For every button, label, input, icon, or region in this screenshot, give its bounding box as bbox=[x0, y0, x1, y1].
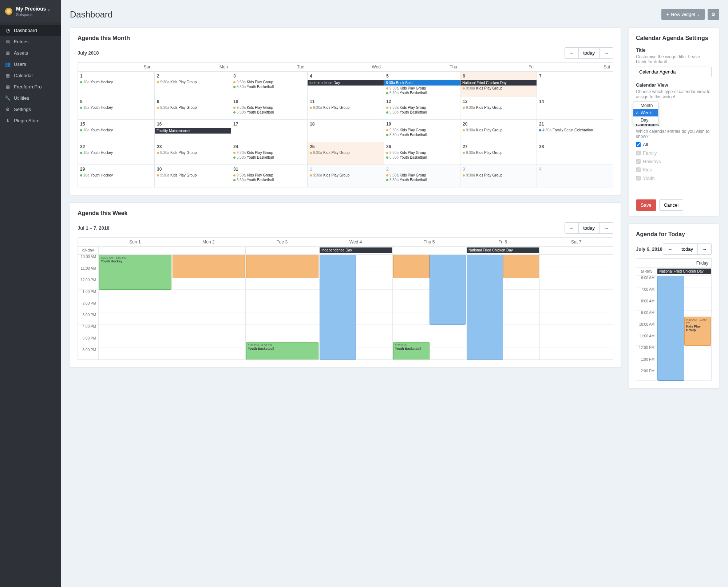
event[interactable]: 9:30a Kids Play Group bbox=[155, 173, 230, 178]
event[interactable]: 9:30a Kids Play Group bbox=[461, 86, 536, 91]
event[interactable]: 9:30a Kids Play Group bbox=[155, 80, 230, 84]
dropdown-option[interactable]: Month bbox=[633, 102, 658, 109]
event[interactable]: 10a Youth Hockey bbox=[79, 128, 154, 132]
event[interactable]: 9:30a Kids Play Group bbox=[461, 173, 536, 178]
day-cell[interactable]: 58:30a Book Sale9:30a Kids Play Group5:3… bbox=[384, 72, 460, 97]
day-cell[interactable]: 110a Youth Hockey bbox=[78, 72, 154, 97]
day-cell[interactable]: 239:30a Kids Play Group bbox=[154, 142, 231, 164]
today-button[interactable]: today bbox=[578, 47, 600, 59]
day-cell[interactable]: 269:30a Kids Play Group5:30p Youth Baske… bbox=[384, 142, 460, 164]
today-grid[interactable]: Friday all-day National Fried Chicken Da… bbox=[636, 258, 712, 381]
check-option[interactable]: Family bbox=[636, 150, 712, 156]
settings-button[interactable]: ⚙ bbox=[708, 9, 719, 20]
new-widget-button[interactable]: + New widget ⌄ bbox=[661, 9, 705, 20]
dropdown-option[interactable]: Day bbox=[633, 116, 658, 124]
event[interactable]: 5:30p Youth Basketball bbox=[232, 84, 306, 89]
prev-button[interactable]: ← bbox=[565, 47, 579, 59]
day-cell[interactable]: 199:30a Kids Play Group5:30p Youth Baske… bbox=[384, 120, 460, 142]
checkbox[interactable] bbox=[636, 176, 641, 181]
today-button[interactable]: today bbox=[578, 222, 600, 234]
week-event[interactable]: 10:00 AM - 1:00 PMYouth Hockey bbox=[99, 255, 171, 290]
day-cell[interactable]: 39:30a Kids Play Group5:30p Youth Basket… bbox=[231, 72, 307, 97]
day-cell[interactable]: 28 bbox=[537, 142, 613, 164]
event[interactable]: 9:30a Kids Play Group bbox=[155, 105, 230, 110]
check-option[interactable]: Kids bbox=[636, 166, 712, 173]
week-grid[interactable]: Sun 1Mon 2Tue 3Wed 4Thu 5Fri 6Sat 7 all-… bbox=[78, 237, 613, 360]
day-cell[interactable]: 319:30a Kids Play Group5:30p Youth Baske… bbox=[231, 165, 307, 187]
event[interactable]: 9:30a Kids Play Group bbox=[155, 150, 230, 155]
check-all[interactable]: All bbox=[636, 141, 712, 148]
checkbox[interactable] bbox=[636, 167, 641, 172]
day-cell[interactable]: 99:30a Kids Play Group bbox=[154, 97, 231, 119]
event[interactable]: 9:30a Kids Play Group bbox=[308, 150, 383, 155]
event[interactable]: 9:30a Kids Play Group bbox=[385, 173, 459, 178]
event[interactable]: 9:30a Kids Play Group bbox=[232, 105, 306, 110]
event[interactable]: 9:30a Kids Play Group bbox=[385, 86, 459, 91]
event[interactable]: 5:30p Youth Basketball bbox=[232, 110, 306, 115]
day-cell[interactable]: 139:30a Kids Play Group bbox=[460, 97, 537, 119]
day-cell[interactable]: 279:30a Kids Play Group bbox=[460, 142, 537, 164]
week-event[interactable] bbox=[467, 255, 503, 360]
checkbox[interactable] bbox=[636, 142, 641, 147]
event[interactable]: 9:30a Kids Play Group bbox=[461, 128, 536, 132]
save-button[interactable]: Save bbox=[636, 199, 656, 211]
day-cell[interactable]: 2910a Youth Hockey bbox=[78, 165, 154, 187]
title-input[interactable] bbox=[636, 67, 712, 77]
nav-item-assets[interactable]: ▦Assets bbox=[0, 47, 61, 59]
prev-button[interactable]: ← bbox=[565, 222, 579, 234]
prev-button[interactable]: ← bbox=[663, 243, 677, 255]
event-bar[interactable]: 8:30a Book Sale bbox=[384, 80, 460, 86]
day-cell[interactable]: 18 bbox=[307, 120, 384, 142]
day-cell[interactable]: 129:30a Kids Play Group5:30p Youth Baske… bbox=[384, 97, 460, 119]
event[interactable]: 5:30p Youth Basketball bbox=[232, 155, 306, 160]
day-cell[interactable]: 249:30a Kids Play Group5:30p Youth Baske… bbox=[231, 142, 307, 164]
event[interactable]: 5:30p Youth Basketball bbox=[232, 178, 306, 182]
allday-event[interactable]: National Fried Chicken Day bbox=[657, 269, 711, 274]
day-cell[interactable]: 14 bbox=[537, 97, 613, 119]
event[interactable]: 9:30a Kids Play Group bbox=[385, 128, 459, 132]
next-button[interactable]: → bbox=[697, 243, 712, 255]
event[interactable]: 9:30a Kids Play Group bbox=[308, 105, 383, 110]
day-cell[interactable]: 4 bbox=[537, 165, 613, 187]
next-button[interactable]: → bbox=[599, 222, 613, 234]
week-event[interactable]: 5:30 PM -Youth Basketball bbox=[393, 342, 430, 360]
day-cell[interactable]: 4Independence Day bbox=[307, 72, 384, 97]
event[interactable]: 5:30p Youth Basketball bbox=[385, 91, 459, 95]
day-cell[interactable]: 7 bbox=[537, 72, 613, 97]
event[interactable]: 9:30a Kids Play Group bbox=[308, 173, 383, 178]
dropdown-option[interactable]: Week bbox=[633, 109, 658, 116]
allday-event[interactable]: National Fried Chicken Day bbox=[467, 247, 539, 253]
week-event[interactable] bbox=[320, 255, 356, 360]
event[interactable]: 9:30a Kids Play Group bbox=[461, 105, 536, 110]
event[interactable]: 9:30a Kids Play Group bbox=[461, 150, 536, 155]
next-button[interactable]: → bbox=[599, 47, 613, 59]
checkbox[interactable] bbox=[636, 159, 641, 164]
day-cell[interactable]: 259:30a Kids Play Group bbox=[307, 142, 384, 164]
day-cell[interactable]: 17 bbox=[231, 120, 307, 142]
today-button[interactable]: today bbox=[677, 243, 698, 255]
allday-event[interactable]: Independence Day bbox=[320, 247, 392, 253]
week-event[interactable] bbox=[430, 255, 466, 325]
week-event[interactable]: Kids Play Group bbox=[173, 255, 245, 278]
nav-item-calendar[interactable]: ▦Calendar bbox=[0, 70, 61, 81]
day-cell[interactable]: 29:30a Kids Play Group bbox=[154, 72, 231, 97]
day-cell[interactable]: 39:30a Kids Play Group bbox=[460, 165, 537, 187]
nav-item-utilities[interactable]: 🔧Utilities bbox=[0, 92, 61, 104]
nav-item-settings[interactable]: ⚙Settings bbox=[0, 104, 61, 115]
event[interactable]: 10a Youth Hockey bbox=[79, 80, 154, 84]
nav-item-plugin-store[interactable]: ⬇Plugin Store bbox=[0, 115, 61, 126]
day-cell[interactable]: 109:30a Kids Play Group5:30p Youth Baske… bbox=[231, 97, 307, 119]
event[interactable]: 9:30a Kids Play Group bbox=[232, 173, 306, 178]
view-dropdown[interactable]: MonthWeekDay bbox=[633, 102, 658, 124]
day-cell[interactable]: 1510a Youth Hockey bbox=[78, 120, 154, 142]
event[interactable]: 5:30p Youth Basketball bbox=[385, 155, 459, 160]
day-cell[interactable]: 2210a Youth Hockey bbox=[78, 142, 154, 164]
month-grid[interactable]: SunMonTueWedThuFriSat 110a Youth Hockey2… bbox=[78, 62, 613, 187]
day-cell[interactable]: 29:30a Kids Play Group5:30p Youth Basket… bbox=[384, 165, 460, 187]
nav-item-entries[interactable]: ▤Entries bbox=[0, 36, 61, 47]
check-option[interactable]: Youth bbox=[636, 175, 712, 182]
brand[interactable]: My Precious ⌄ Solspace bbox=[0, 0, 61, 23]
event[interactable]: 10a Youth Hockey bbox=[79, 150, 154, 155]
day-cell[interactable]: 214:30p Family Feast Celebration bbox=[537, 120, 613, 142]
week-event[interactable]: Kids Play Group bbox=[246, 255, 318, 278]
